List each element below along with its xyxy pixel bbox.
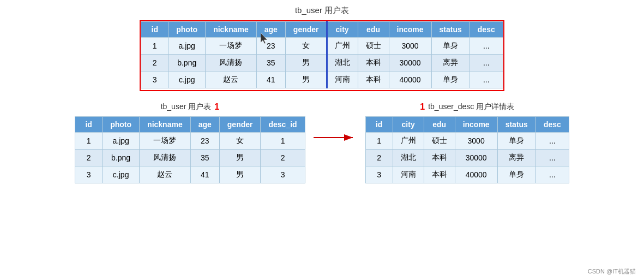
- table-cell: 本科: [358, 55, 389, 72]
- table-row: 1a.jpg一场梦23女广州硕士3000单身...: [141, 38, 503, 55]
- bottom-right-section: 1 tb_user_desc 用户详情表 idcityeduincomestat…: [365, 102, 569, 183]
- table-cell: 1: [365, 133, 393, 150]
- table-cell: 单身: [497, 133, 535, 150]
- bottom-left-header: gender: [219, 117, 261, 133]
- table-cell: 3000: [455, 133, 497, 150]
- table-cell: 30000: [455, 150, 497, 166]
- table-cell: 1: [141, 38, 168, 55]
- table-cell: 单身: [431, 38, 470, 55]
- table-cell: 2: [141, 55, 168, 72]
- bottom-right-header: city: [393, 117, 424, 133]
- top-table: idphotonicknameagegendercityeduincomesta…: [141, 21, 503, 88]
- arrow-container: [314, 102, 357, 143]
- table-cell: 41: [256, 72, 285, 88]
- table-cell: 男: [219, 166, 261, 183]
- table-cell: 一场梦: [140, 133, 191, 150]
- bottom-left-header: desc_id: [261, 117, 305, 133]
- table-cell: 湖北: [393, 150, 424, 166]
- table-cell: 广州: [327, 38, 358, 55]
- table-cell: 单身: [431, 72, 470, 88]
- table-cell: 赵云: [206, 72, 257, 88]
- bottom-left-number: 1: [214, 102, 219, 112]
- bottom-left-header: photo: [103, 117, 140, 133]
- table-cell: b.png: [103, 150, 140, 166]
- top-table-header: edu: [358, 22, 389, 38]
- table-cell: 41: [190, 166, 219, 183]
- top-table-header: income: [389, 22, 431, 38]
- table-cell: a.jpg: [103, 133, 140, 150]
- table-cell: a.jpg: [168, 38, 206, 55]
- bottom-left-title: tb_user 用户表: [161, 102, 212, 112]
- table-cell: ...: [535, 133, 569, 150]
- table-row: 1a.jpg一场梦23女1: [75, 133, 305, 150]
- table-cell: 河南: [393, 166, 424, 183]
- table-cell: 3: [365, 166, 393, 183]
- table-cell: 23: [256, 38, 285, 55]
- table-cell: 1: [261, 133, 305, 150]
- table-row: 3c.jpg赵云41男3: [75, 166, 305, 183]
- table-cell: 3: [261, 166, 305, 183]
- table-cell: 2: [365, 150, 393, 166]
- bottom-right-header: status: [497, 117, 535, 133]
- bottom-left-header: id: [75, 117, 103, 133]
- table-row: 3河南本科40000单身...: [365, 166, 569, 183]
- table-cell: ...: [535, 166, 569, 183]
- bottom-right-label: 1 tb_user_desc 用户详情表: [420, 102, 514, 112]
- top-table-header: photo: [168, 22, 206, 38]
- top-table-header: status: [431, 22, 470, 38]
- table-cell: 硕士: [424, 133, 455, 150]
- bottom-right-table: idcityeduincomestatusdesc 1广州硕士3000单身...…: [365, 116, 569, 183]
- bottom-right-header: income: [455, 117, 497, 133]
- bottom-left-header: age: [190, 117, 219, 133]
- watermark: CSDN @IT机器猫: [588, 267, 636, 276]
- table-cell: 男: [219, 150, 261, 166]
- table-row: 2b.png风清扬35男2: [75, 150, 305, 166]
- bottom-right-header: desc: [535, 117, 569, 133]
- table-cell: b.png: [168, 55, 206, 72]
- table-cell: 单身: [497, 166, 535, 183]
- table-cell: 风清扬: [206, 55, 257, 72]
- table-row: 1广州硕士3000单身...: [365, 133, 569, 150]
- table-row: 3c.jpg赵云41男河南本科40000单身...: [141, 72, 503, 88]
- table-cell: 河南: [327, 72, 358, 88]
- table-cell: 3000: [389, 38, 431, 55]
- top-table-header: id: [141, 22, 168, 38]
- table-row: 2b.png风清扬35男湖北本科30000离异...: [141, 55, 503, 72]
- table-cell: 23: [190, 133, 219, 150]
- table-cell: 本科: [424, 166, 455, 183]
- arrow-icon: [314, 132, 357, 143]
- table-cell: ...: [470, 72, 503, 88]
- table-cell: 本科: [424, 150, 455, 166]
- table-cell: c.jpg: [168, 72, 206, 88]
- top-table-header: age: [256, 22, 285, 38]
- table-cell: 一场梦: [206, 38, 257, 55]
- table-cell: 2: [75, 150, 103, 166]
- table-cell: 硕士: [358, 38, 389, 55]
- table-cell: 男: [285, 72, 327, 88]
- table-cell: 35: [190, 150, 219, 166]
- top-table-wrapper: idphotonicknameagegendercityeduincomesta…: [141, 21, 503, 88]
- table-cell: ...: [470, 55, 503, 72]
- bottom-left-table: idphotonicknameagegenderdesc_id 1a.jpg一场…: [75, 116, 305, 183]
- table-cell: 女: [285, 38, 327, 55]
- table-cell: 2: [261, 150, 305, 166]
- bottom-right-number: 1: [420, 102, 425, 112]
- table-cell: ...: [535, 150, 569, 166]
- bottom-right-header: id: [365, 117, 393, 133]
- table-cell: 3: [75, 166, 103, 183]
- table-cell: 3: [141, 72, 168, 88]
- top-table-header: city: [327, 22, 358, 38]
- bottom-left-label: tb_user 用户表 1: [161, 102, 220, 112]
- table-cell: 赵云: [140, 166, 191, 183]
- table-cell: 本科: [358, 72, 389, 88]
- bottom-right-header: edu: [424, 117, 455, 133]
- bottom-left-header: nickname: [140, 117, 191, 133]
- top-table-title: tb_user 用户表: [295, 5, 349, 16]
- table-row: 2湖北本科30000离异...: [365, 150, 569, 166]
- table-cell: 离异: [431, 55, 470, 72]
- table-cell: 离异: [497, 150, 535, 166]
- table-cell: 1: [75, 133, 103, 150]
- table-cell: 湖北: [327, 55, 358, 72]
- table-cell: 广州: [393, 133, 424, 150]
- top-table-header: nickname: [206, 22, 257, 38]
